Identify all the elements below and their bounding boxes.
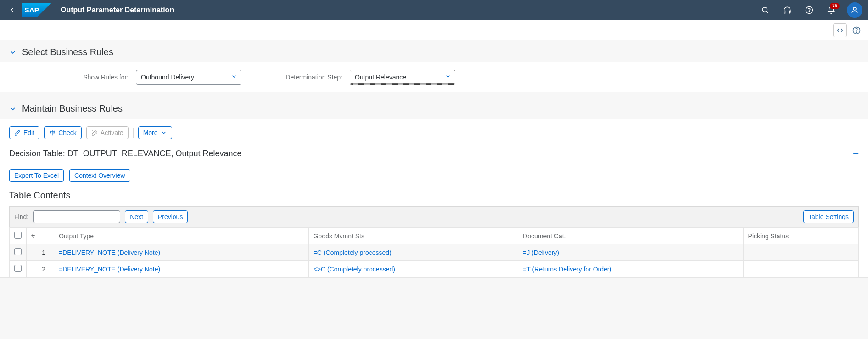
select-panel-header[interactable]: Select Business Rules [0, 40, 868, 62]
svg-point-6 [853, 7, 856, 10]
collapse-panels-button[interactable] [833, 23, 847, 37]
output-type-cell[interactable]: =DELIVERY_NOTE (Delivery Note) [59, 249, 160, 256]
table-contents-title: Table Contents [9, 186, 859, 206]
determination-step-label: Determination Step: [269, 73, 342, 81]
table-row[interactable]: 1 =DELIVERY_NOTE (Delivery Note) =C (Com… [10, 244, 859, 261]
collapse-section-button[interactable]: − [853, 147, 859, 159]
maintain-panel-title: Maintain Business Rules [22, 103, 123, 114]
find-previous-button[interactable]: Previous [153, 210, 188, 223]
col-document-cat: Document Cat. [518, 228, 744, 244]
chevron-down-icon [231, 73, 237, 81]
select-panel-title: Select Business Rules [22, 47, 113, 57]
back-button[interactable] [6, 4, 18, 17]
app-title: Output Parameter Determination [61, 6, 174, 14]
determination-step-value: Output Relevance [355, 73, 406, 81]
goods-mvmnt-cell[interactable]: =C (Completely processed) [314, 249, 392, 256]
show-rules-value: Outbound Delivery [141, 73, 194, 81]
shell-header: SAP Output Parameter Determination 75 [0, 0, 868, 20]
col-output-type: Output Type [54, 228, 309, 244]
goods-mvmnt-cell[interactable]: <>C (Completely processed) [314, 266, 395, 273]
page-help-icon[interactable] [850, 23, 863, 37]
edit-button[interactable]: Edit [9, 126, 39, 139]
table-row[interactable]: 2 =DELIVERY_NOTE (Delivery Note) <>C (Co… [10, 261, 859, 277]
decision-secondary-toolbar: Export To Excel Context Overview [9, 164, 859, 186]
svg-point-5 [809, 11, 809, 12]
decision-table-title-row: Decision Table: DT_OUTPUT_RELEVANCE, Out… [9, 145, 859, 164]
decision-table-title: Decision Table: DT_OUTPUT_RELEVANCE, Out… [9, 149, 242, 158]
table-settings-button[interactable]: Table Settings [803, 210, 854, 223]
sap-logo: SAP [22, 3, 51, 17]
col-picking-status: Picking Status [743, 228, 858, 244]
maintain-toolbar: Edit Check Activate More [9, 126, 859, 145]
balance-icon [49, 130, 56, 136]
more-button[interactable]: More [138, 126, 172, 139]
help-icon[interactable] [801, 2, 818, 18]
find-next-button[interactable]: Next [125, 210, 148, 223]
decision-table: # Output Type Goods Mvmnt Sts Document C… [9, 227, 859, 277]
show-rules-dropdown[interactable]: Outbound Delivery [136, 70, 241, 85]
row-checkbox[interactable] [14, 265, 22, 272]
chevron-down-icon [9, 105, 17, 113]
maintain-panel-header[interactable]: Maintain Business Rules [0, 97, 868, 119]
output-type-cell[interactable]: =DELIVERY_NOTE (Delivery Note) [59, 266, 160, 273]
row-checkbox[interactable] [14, 248, 22, 255]
select-business-rules-panel: Select Business Rules Show Rules for: Ou… [0, 40, 868, 92]
svg-line-3 [767, 11, 768, 13]
row-number: 1 [27, 244, 54, 261]
notification-badge: 75 [830, 3, 840, 9]
select-all-checkbox[interactable] [14, 232, 22, 239]
document-cat-cell[interactable]: =T (Returns Delivery for Order) [523, 266, 611, 273]
maintain-business-rules-panel: Maintain Business Rules Edit Check [0, 97, 868, 278]
pencil-icon [14, 130, 21, 136]
chevron-down-icon [9, 49, 17, 56]
select-all-header[interactable] [10, 228, 27, 244]
check-button[interactable]: Check [44, 126, 82, 139]
svg-text:SAP: SAP [25, 6, 39, 14]
chevron-down-icon [161, 130, 167, 136]
show-rules-label: Show Rules for: [69, 73, 129, 81]
chevron-down-icon [445, 73, 451, 81]
toolbar-divider [133, 128, 134, 138]
activate-button: Activate [86, 126, 129, 139]
svg-point-9 [856, 32, 857, 32]
support-icon[interactable] [779, 2, 795, 18]
user-avatar[interactable] [847, 2, 862, 18]
col-number: # [27, 228, 54, 244]
row-number: 2 [27, 261, 54, 277]
search-icon[interactable] [757, 2, 773, 18]
find-input[interactable] [33, 210, 120, 223]
notification-icon[interactable]: 75 [823, 2, 840, 18]
wand-icon [91, 130, 98, 136]
determination-step-dropdown[interactable]: Output Relevance [350, 70, 455, 85]
find-bar: Find: Next Previous Table Settings [9, 206, 859, 227]
find-label: Find: [14, 213, 28, 220]
context-overview-button[interactable]: Context Overview [69, 169, 130, 182]
col-goods-mvmnt: Goods Mvmnt Sts [308, 228, 518, 244]
svg-point-2 [762, 7, 767, 12]
sub-header [0, 20, 868, 40]
export-excel-button[interactable]: Export To Excel [9, 169, 64, 182]
document-cat-cell[interactable]: =J (Delivery) [523, 249, 559, 256]
